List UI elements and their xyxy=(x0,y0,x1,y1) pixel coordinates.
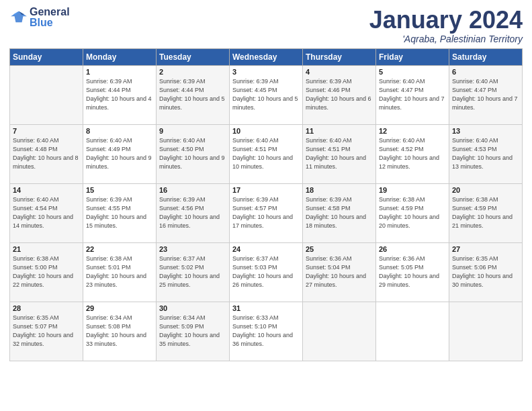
calendar-cell: 24Sunrise: 6:37 AM Sunset: 5:03 PM Dayli… xyxy=(230,242,303,302)
day-info: Sunrise: 6:40 AM Sunset: 4:52 PM Dayligh… xyxy=(379,136,446,171)
day-info: Sunrise: 6:33 AM Sunset: 5:10 PM Dayligh… xyxy=(232,314,300,349)
calendar-cell: 13Sunrise: 6:40 AM Sunset: 4:53 PM Dayli… xyxy=(449,124,523,183)
day-number: 10 xyxy=(232,127,300,135)
col-tuesday: Tuesday xyxy=(157,48,230,65)
week-row-2: 14Sunrise: 6:40 AM Sunset: 4:54 PM Dayli… xyxy=(10,183,523,242)
day-number: 20 xyxy=(452,186,519,194)
calendar-cell: 26Sunrise: 6:36 AM Sunset: 5:05 PM Dayli… xyxy=(376,242,449,302)
col-monday: Monday xyxy=(83,48,157,65)
day-number: 31 xyxy=(232,304,300,312)
day-number: 16 xyxy=(159,186,226,194)
calendar-cell: 25Sunrise: 6:36 AM Sunset: 5:04 PM Dayli… xyxy=(303,242,376,302)
col-thursday: Thursday xyxy=(303,48,376,65)
header: General Blue January 2024 'Aqraba, Pales… xyxy=(9,7,523,44)
calendar-cell: 30Sunrise: 6:34 AM Sunset: 5:09 PM Dayli… xyxy=(157,302,230,361)
calendar-cell: 11Sunrise: 6:40 AM Sunset: 4:51 PM Dayli… xyxy=(303,124,376,183)
calendar-cell: 5Sunrise: 6:40 AM Sunset: 4:47 PM Daylig… xyxy=(376,65,449,124)
day-info: Sunrise: 6:40 AM Sunset: 4:49 PM Dayligh… xyxy=(86,136,153,171)
calendar-cell: 18Sunrise: 6:39 AM Sunset: 4:58 PM Dayli… xyxy=(303,183,376,242)
week-row-0: 1Sunrise: 6:39 AM Sunset: 4:44 PM Daylig… xyxy=(10,65,523,124)
day-number: 13 xyxy=(452,127,519,135)
title-section: January 2024 'Aqraba, Palestinian Territ… xyxy=(369,7,523,44)
day-info: Sunrise: 6:34 AM Sunset: 5:09 PM Dayligh… xyxy=(159,314,226,349)
calendar-cell: 12Sunrise: 6:40 AM Sunset: 4:52 PM Dayli… xyxy=(376,124,449,183)
day-number: 19 xyxy=(379,186,446,194)
day-info: Sunrise: 6:37 AM Sunset: 5:03 PM Dayligh… xyxy=(232,255,300,289)
calendar-cell: 3Sunrise: 6:39 AM Sunset: 4:45 PM Daylig… xyxy=(230,65,303,124)
col-wednesday: Wednesday xyxy=(230,48,303,65)
day-number: 28 xyxy=(13,304,80,312)
day-number: 1 xyxy=(86,68,153,76)
day-info: Sunrise: 6:38 AM Sunset: 5:00 PM Dayligh… xyxy=(13,255,80,289)
week-row-4: 28Sunrise: 6:35 AM Sunset: 5:07 PM Dayli… xyxy=(10,302,523,361)
day-info: Sunrise: 6:34 AM Sunset: 5:08 PM Dayligh… xyxy=(86,314,153,349)
day-info: Sunrise: 6:40 AM Sunset: 4:48 PM Dayligh… xyxy=(13,136,80,171)
calendar-cell: 19Sunrise: 6:38 AM Sunset: 4:59 PM Dayli… xyxy=(376,183,449,242)
calendar-cell: 14Sunrise: 6:40 AM Sunset: 4:54 PM Dayli… xyxy=(10,183,83,242)
day-info: Sunrise: 6:38 AM Sunset: 5:01 PM Dayligh… xyxy=(86,255,153,289)
day-number: 2 xyxy=(159,68,226,76)
logo: General Blue xyxy=(9,7,70,28)
day-info: Sunrise: 6:39 AM Sunset: 4:57 PM Dayligh… xyxy=(232,195,300,230)
calendar-cell: 29Sunrise: 6:34 AM Sunset: 5:08 PM Dayli… xyxy=(83,302,157,361)
day-number: 27 xyxy=(452,245,519,253)
day-number: 8 xyxy=(86,127,153,135)
day-number: 21 xyxy=(13,245,80,253)
calendar-table: Sunday Monday Tuesday Wednesday Thursday… xyxy=(9,48,523,361)
day-number: 22 xyxy=(86,245,153,253)
day-number: 12 xyxy=(379,127,446,135)
day-number: 11 xyxy=(306,127,373,135)
col-saturday: Saturday xyxy=(449,48,523,65)
calendar-cell: 23Sunrise: 6:37 AM Sunset: 5:02 PM Dayli… xyxy=(157,242,230,302)
day-info: Sunrise: 6:36 AM Sunset: 5:05 PM Dayligh… xyxy=(379,255,446,289)
calendar-cell: 21Sunrise: 6:38 AM Sunset: 5:00 PM Dayli… xyxy=(10,242,83,302)
day-number: 5 xyxy=(379,68,446,76)
calendar-cell: 27Sunrise: 6:35 AM Sunset: 5:06 PM Dayli… xyxy=(449,242,523,302)
day-number: 18 xyxy=(306,186,373,194)
calendar-cell: 1Sunrise: 6:39 AM Sunset: 4:44 PM Daylig… xyxy=(83,65,157,124)
day-info: Sunrise: 6:40 AM Sunset: 4:51 PM Dayligh… xyxy=(232,136,300,171)
day-info: Sunrise: 6:39 AM Sunset: 4:58 PM Dayligh… xyxy=(306,195,373,230)
calendar-cell: 17Sunrise: 6:39 AM Sunset: 4:57 PM Dayli… xyxy=(230,183,303,242)
day-info: Sunrise: 6:39 AM Sunset: 4:46 PM Dayligh… xyxy=(306,77,373,112)
col-friday: Friday xyxy=(376,48,449,65)
day-number: 14 xyxy=(13,186,80,194)
logo-name: General Blue xyxy=(30,7,70,28)
calendar-cell: 9Sunrise: 6:40 AM Sunset: 4:50 PM Daylig… xyxy=(157,124,230,183)
page-container: General Blue January 2024 'Aqraba, Pales… xyxy=(0,0,532,411)
day-number: 25 xyxy=(306,245,373,253)
day-number: 24 xyxy=(232,245,300,253)
logo-general-text: General xyxy=(30,7,70,17)
calendar-cell: 22Sunrise: 6:38 AM Sunset: 5:01 PM Dayli… xyxy=(83,242,157,302)
day-number: 3 xyxy=(232,68,300,76)
calendar-cell: 20Sunrise: 6:38 AM Sunset: 4:59 PM Dayli… xyxy=(449,183,523,242)
week-row-3: 21Sunrise: 6:38 AM Sunset: 5:00 PM Dayli… xyxy=(10,242,523,302)
day-info: Sunrise: 6:40 AM Sunset: 4:47 PM Dayligh… xyxy=(379,77,446,112)
day-info: Sunrise: 6:40 AM Sunset: 4:51 PM Dayligh… xyxy=(306,136,373,171)
calendar-cell: 8Sunrise: 6:40 AM Sunset: 4:49 PM Daylig… xyxy=(83,124,157,183)
logo-blue-text: Blue xyxy=(30,17,70,28)
day-number: 6 xyxy=(452,68,519,76)
day-number: 23 xyxy=(159,245,226,253)
day-number: 26 xyxy=(379,245,446,253)
calendar-cell xyxy=(303,302,376,361)
day-info: Sunrise: 6:37 AM Sunset: 5:02 PM Dayligh… xyxy=(159,255,226,289)
calendar-cell: 2Sunrise: 6:39 AM Sunset: 4:44 PM Daylig… xyxy=(157,65,230,124)
week-row-1: 7Sunrise: 6:40 AM Sunset: 4:48 PM Daylig… xyxy=(10,124,523,183)
calendar-cell: 7Sunrise: 6:40 AM Sunset: 4:48 PM Daylig… xyxy=(10,124,83,183)
day-number: 30 xyxy=(159,304,226,312)
calendar-cell: 4Sunrise: 6:39 AM Sunset: 4:46 PM Daylig… xyxy=(303,65,376,124)
day-info: Sunrise: 6:40 AM Sunset: 4:53 PM Dayligh… xyxy=(452,136,519,171)
calendar-cell: 16Sunrise: 6:39 AM Sunset: 4:56 PM Dayli… xyxy=(157,183,230,242)
day-info: Sunrise: 6:36 AM Sunset: 5:04 PM Dayligh… xyxy=(306,255,373,289)
day-number: 4 xyxy=(306,68,373,76)
day-info: Sunrise: 6:35 AM Sunset: 5:06 PM Dayligh… xyxy=(452,255,519,289)
day-number: 9 xyxy=(159,127,226,135)
day-info: Sunrise: 6:40 AM Sunset: 4:47 PM Dayligh… xyxy=(452,77,519,112)
month-title: January 2024 xyxy=(369,7,523,34)
day-info: Sunrise: 6:39 AM Sunset: 4:45 PM Dayligh… xyxy=(232,77,300,112)
day-info: Sunrise: 6:39 AM Sunset: 4:55 PM Dayligh… xyxy=(86,195,153,230)
day-info: Sunrise: 6:38 AM Sunset: 4:59 PM Dayligh… xyxy=(379,195,446,230)
day-number: 7 xyxy=(13,127,80,135)
day-number: 29 xyxy=(86,304,153,312)
